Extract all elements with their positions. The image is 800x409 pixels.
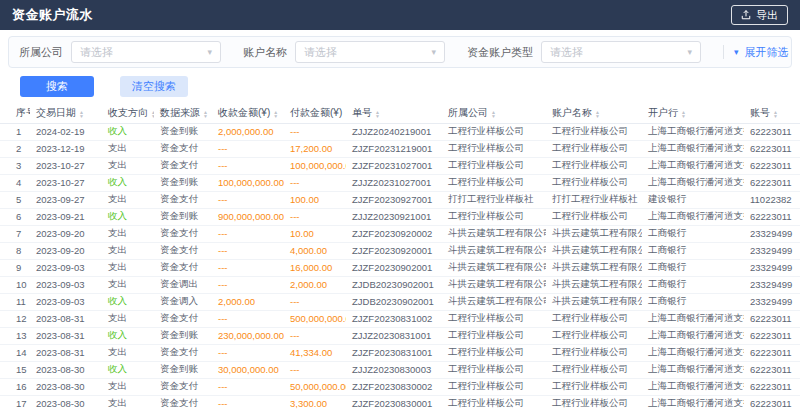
table-row: 122023-08-31支出资金支付---500,000,000.00ZJZF2… bbox=[0, 310, 800, 327]
cell-company: 斗拱云建筑工程有限公司 bbox=[442, 293, 546, 310]
cell-no: 23329499 bbox=[744, 259, 800, 276]
cell-pay: --- bbox=[284, 327, 346, 344]
cell-src: 资金调入 bbox=[154, 293, 212, 310]
cell-no: 62223011 bbox=[744, 378, 800, 395]
cell-no: 23329499 bbox=[744, 293, 800, 310]
cell-account: 斗拱云建筑工程有限公司 bbox=[546, 242, 642, 259]
export-label: 导出 bbox=[756, 8, 778, 23]
sort-icon[interactable]: ▲▼ bbox=[151, 110, 154, 118]
column-header[interactable]: 开户行▲▼ bbox=[642, 104, 744, 123]
cell-order: ZJZF20231027001 bbox=[346, 157, 442, 174]
cell-src: 资金支付 bbox=[154, 242, 212, 259]
cell-i: 3 bbox=[0, 157, 30, 174]
column-header[interactable]: 交易日期▲▼ bbox=[30, 104, 102, 123]
export-button[interactable]: 导出 bbox=[731, 5, 788, 25]
cell-pay: 17,200.00 bbox=[284, 140, 346, 157]
cell-recv: --- bbox=[212, 378, 284, 395]
cell-src: 资金支付 bbox=[154, 157, 212, 174]
cell-dir: 收入 bbox=[102, 327, 154, 344]
clear-search-button[interactable]: 清空搜索 bbox=[120, 76, 188, 97]
filter-divider bbox=[723, 45, 724, 59]
cell-i: 12 bbox=[0, 310, 30, 327]
cell-src: 资金支付 bbox=[154, 191, 212, 208]
column-header[interactable]: 收款金额(¥)▲▼ bbox=[212, 104, 284, 123]
sort-icon[interactable]: ▲▼ bbox=[595, 110, 600, 118]
table-row: 72023-09-20支出资金支付---10.00ZJZF20230920002… bbox=[0, 225, 800, 242]
cell-order: ZJJZ20230921001 bbox=[346, 208, 442, 225]
cell-bank: 上海工商银行潘河道支行 bbox=[642, 140, 744, 157]
cell-company: 工程行业样板公司 bbox=[442, 123, 546, 140]
cell-dir: 收入 bbox=[102, 123, 154, 140]
column-header[interactable]: 账户名称▲▼ bbox=[546, 104, 642, 123]
column-header[interactable]: 收支方向▲▼ bbox=[102, 104, 154, 123]
cell-src: 资金支付 bbox=[154, 310, 212, 327]
cell-no: 23329499 bbox=[744, 242, 800, 259]
company-select[interactable]: 请选择 ▾ bbox=[71, 41, 221, 63]
expand-filter-link[interactable]: ▾ 展开筛选 bbox=[723, 45, 789, 60]
table-row: 152023-08-30收入资金到账30,000,000.00---ZJJZ20… bbox=[0, 361, 800, 378]
table-body: 12024-02-19收入资金到账2,000,000.00---ZJJZ2024… bbox=[0, 123, 800, 409]
sort-icon[interactable]: ▲▼ bbox=[681, 110, 686, 118]
cell-pay: 50,000,000.00 bbox=[284, 378, 346, 395]
cell-date: 2023-08-30 bbox=[30, 395, 102, 409]
sort-icon[interactable]: ▲▼ bbox=[375, 110, 380, 118]
cell-dir: 支出 bbox=[102, 157, 154, 174]
cell-date: 2023-09-03 bbox=[30, 276, 102, 293]
column-header[interactable]: 账号▲▼ bbox=[744, 104, 800, 123]
chevron-down-icon: ▾ bbox=[207, 48, 212, 57]
flow-table: 序号交易日期▲▼收支方向▲▼数据来源▲▼收款金额(¥)▲▼付款金额(¥)▲▼单号… bbox=[0, 104, 800, 409]
cell-no: 11022382 bbox=[744, 191, 800, 208]
cell-recv: --- bbox=[212, 395, 284, 409]
cell-dir: 支出 bbox=[102, 378, 154, 395]
cell-pay: 100,000,000.00 bbox=[284, 157, 346, 174]
cell-company: 打打工程行业样板社 bbox=[442, 191, 546, 208]
cell-company: 斗拱云建筑工程有限公司 bbox=[442, 242, 546, 259]
cell-i: 13 bbox=[0, 327, 30, 344]
cell-i: 9 bbox=[0, 259, 30, 276]
company-filter-label: 所属公司 bbox=[19, 45, 63, 60]
cell-account: 工程行业样板公司 bbox=[546, 361, 642, 378]
cell-order: ZJJZ20231027001 bbox=[346, 174, 442, 191]
cell-pay: --- bbox=[284, 123, 346, 140]
company-filter: 所属公司 请选择 ▾ bbox=[19, 41, 221, 63]
column-header: 序号 bbox=[0, 104, 30, 123]
cell-date: 2023-10-27 bbox=[30, 157, 102, 174]
sort-icon[interactable]: ▲▼ bbox=[273, 110, 278, 118]
cell-date: 2023-09-27 bbox=[30, 191, 102, 208]
column-header[interactable]: 单号▲▼ bbox=[346, 104, 442, 123]
column-header[interactable]: 数据来源▲▼ bbox=[154, 104, 212, 123]
cell-dir: 支出 bbox=[102, 395, 154, 409]
filter-actions: 搜索 清空搜索 bbox=[20, 76, 792, 97]
cell-order: ZJZF20230920001 bbox=[346, 242, 442, 259]
search-button[interactable]: 搜索 bbox=[20, 76, 94, 97]
cell-bank: 上海工商银行潘河道支行 bbox=[642, 327, 744, 344]
cell-order: ZJZF20230920002 bbox=[346, 225, 442, 242]
cell-pay: --- bbox=[284, 361, 346, 378]
cell-date: 2023-09-03 bbox=[30, 293, 102, 310]
cell-company: 斗拱云建筑工程有限公司 bbox=[442, 276, 546, 293]
account-type-filter-label: 资金账户类型 bbox=[467, 45, 533, 60]
cell-order: ZJZF20231219001 bbox=[346, 140, 442, 157]
cell-dir: 支出 bbox=[102, 344, 154, 361]
cell-company: 工程行业样板公司 bbox=[442, 344, 546, 361]
cell-recv: 230,000,000.00 bbox=[212, 327, 284, 344]
account-name-select[interactable]: 请选择 ▾ bbox=[295, 41, 445, 63]
cell-order: ZJZF20230830002 bbox=[346, 378, 442, 395]
cell-src: 资金支付 bbox=[154, 344, 212, 361]
table-row: 172023-08-30支出资金支付---3,300.00ZJZF2023083… bbox=[0, 395, 800, 409]
sort-icon[interactable]: ▲▼ bbox=[79, 110, 84, 118]
account-name-filter-label: 账户名称 bbox=[243, 45, 287, 60]
cell-account: 工程行业样板公司 bbox=[546, 378, 642, 395]
cell-bank: 工商银行 bbox=[642, 225, 744, 242]
sort-icon[interactable]: ▲▼ bbox=[773, 110, 778, 118]
sort-icon[interactable]: ▲▼ bbox=[491, 110, 496, 118]
cell-src: 资金支付 bbox=[154, 140, 212, 157]
sort-icon[interactable]: ▲▼ bbox=[203, 110, 208, 118]
column-header[interactable]: 付款金额(¥)▲▼ bbox=[284, 104, 346, 123]
cell-account: 斗拱云建筑工程有限公司 bbox=[546, 225, 642, 242]
account-type-select[interactable]: 请选择 ▾ bbox=[541, 41, 701, 63]
column-header[interactable]: 所属公司▲▼ bbox=[442, 104, 546, 123]
cell-i: 17 bbox=[0, 395, 30, 409]
cell-recv: --- bbox=[212, 191, 284, 208]
sort-icon[interactable]: ▲▼ bbox=[345, 110, 346, 118]
